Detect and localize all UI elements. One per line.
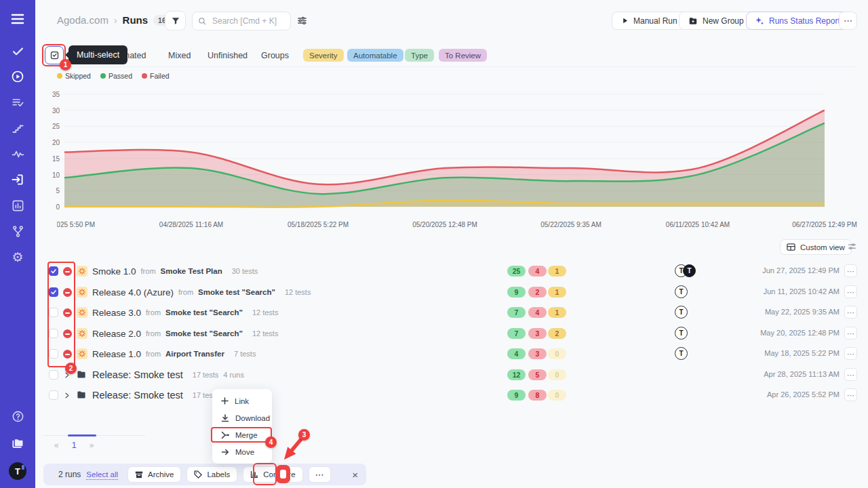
from-label: from <box>146 308 161 317</box>
avatar: T <box>675 347 688 360</box>
tab-unfinished[interactable]: Unfinished <box>208 51 248 60</box>
archive-button[interactable]: Archive <box>127 466 181 483</box>
failed-badge: 2 <box>528 287 547 298</box>
header-more-button[interactable]: ⋯ <box>839 12 857 30</box>
compare-button[interactable]: Compare <box>243 466 302 483</box>
menu-item-link[interactable]: Link <box>212 392 272 409</box>
run-title[interactable]: Release 1.0 <box>92 349 141 359</box>
group-title[interactable]: Release: Smoke test <box>92 390 183 401</box>
milestones-steps-icon[interactable] <box>0 120 35 136</box>
row-more-button[interactable]: ⋯ <box>844 285 857 298</box>
view-settings-sliders-icon[interactable] <box>847 241 857 254</box>
manual-run-button[interactable]: Manual Run <box>612 12 687 30</box>
close-selection-icon[interactable]: × <box>352 469 358 481</box>
pill-to-review[interactable]: To Review <box>439 49 487 62</box>
legend-skipped: Skipped <box>57 72 91 80</box>
run-checkbox[interactable] <box>49 349 58 359</box>
run-checkbox[interactable] <box>49 308 58 317</box>
menu-item-move[interactable]: Move <box>212 443 272 460</box>
group-title[interactable]: Release: Smoke test <box>92 369 183 380</box>
select-all-link[interactable]: Select all <box>86 470 118 479</box>
avatar: T <box>683 264 696 277</box>
run-title[interactable]: Release 2.0 <box>92 329 141 339</box>
menu-item-download[interactable]: Download <box>212 409 272 426</box>
custom-view-button[interactable]: Custom view <box>780 239 852 255</box>
run-title[interactable]: Smoke 1.0 <box>92 266 136 277</box>
y-tick-label: 35 <box>39 91 60 98</box>
row-more-button[interactable]: ⋯ <box>844 368 857 381</box>
pagination: « 1 » <box>43 441 94 450</box>
tests-check-icon[interactable] <box>0 43 35 59</box>
pill-automatable[interactable]: Automatable <box>347 49 403 62</box>
run-plan-link[interactable]: Airport Transfer <box>165 350 224 358</box>
run-plan-link[interactable]: Smoke test "Search" <box>198 288 275 296</box>
menu-item-merge[interactable]: Merge <box>212 426 272 443</box>
row-more-button[interactable]: ⋯ <box>844 327 857 340</box>
row-more-button[interactable]: ⋯ <box>844 264 857 277</box>
pagination-page-1[interactable]: 1 <box>72 441 77 450</box>
runs-status-report-button[interactable]: Runs Status Report <box>746 12 849 30</box>
run-checkbox[interactable] <box>49 390 58 400</box>
play-circle-icon[interactable] <box>0 68 35 85</box>
breadcrumb-project[interactable]: Agoda.com <box>57 14 108 26</box>
activity-pulse-icon[interactable] <box>0 146 35 162</box>
row-more-button[interactable]: ⋯ <box>844 388 857 401</box>
projects-folders-icon[interactable] <box>0 435 35 451</box>
run-date: May 20, 2025 12:48 PM <box>760 329 840 337</box>
filter-funnel-button[interactable] <box>165 11 186 30</box>
labels-button[interactable]: Labels <box>186 466 237 483</box>
failed-badge: 3 <box>528 348 547 359</box>
run-plan-link[interactable]: Smoke test "Search" <box>165 308 243 317</box>
run-title[interactable]: Release 3.0 <box>92 308 141 318</box>
run-row[interactable]: Release 2.0fromSmoke test "Search"12 tes… <box>43 324 857 343</box>
test-plans-icon[interactable] <box>0 94 35 110</box>
chevron-right-icon[interactable] <box>63 390 71 403</box>
run-plan-link[interactable]: Smoke test "Search" <box>165 329 243 338</box>
skipped-badge: 0 <box>548 369 566 380</box>
new-group-button[interactable]: New Group <box>679 12 753 30</box>
menu-icon[interactable] <box>0 11 35 27</box>
run-date: May 22, 2025 9:35 AM <box>765 308 840 316</box>
passed-badge: 7 <box>507 307 526 318</box>
skipped-dot-icon <box>57 73 62 79</box>
group-row[interactable]: Release: Smoke test17 tests7 runs 9 8 0 … <box>43 386 857 405</box>
tab-mixed[interactable]: Mixed <box>168 51 191 60</box>
run-firework-icon <box>77 348 87 359</box>
group-row[interactable]: Release: Smoke test17 tests4 runs 12 5 0… <box>43 365 857 384</box>
runs-status-report-label: Runs Status Report <box>769 16 840 26</box>
help-icon[interactable] <box>0 408 35 424</box>
run-checkbox[interactable] <box>49 287 58 297</box>
branches-icon[interactable] <box>0 223 35 239</box>
row-more-button[interactable]: ⋯ <box>844 347 857 360</box>
pill-type[interactable]: Type <box>405 49 434 62</box>
run-checkbox[interactable] <box>49 266 58 276</box>
pagination-next[interactable]: » <box>90 441 94 450</box>
reports-chart-icon[interactable] <box>0 197 35 214</box>
assignee-avatars: TT <box>675 264 696 277</box>
run-checkbox[interactable] <box>49 370 58 380</box>
passed-badge: 4 <box>507 348 526 359</box>
annotation-step-2: 2 <box>65 363 77 374</box>
search-settings-sliders-icon[interactable] <box>296 15 308 29</box>
pill-severity[interactable]: Severity <box>303 49 344 62</box>
pagination-active-indicator <box>68 434 96 436</box>
run-checkbox[interactable] <box>49 329 58 338</box>
workspace-t-logo[interactable]: T <box>9 462 26 480</box>
run-plan-link[interactable]: Smoke Test Plan <box>161 267 222 275</box>
run-row[interactable]: Release 3.0fromSmoke test "Search"12 tes… <box>43 303 857 322</box>
runs-icon[interactable] <box>0 171 35 188</box>
run-title[interactable]: Release 4.0 (Azure) <box>92 287 174 298</box>
pagination-prev[interactable]: « <box>54 441 59 450</box>
run-row[interactable]: Release 4.0 (Azure)fromSmoke test "Searc… <box>43 283 857 302</box>
assignee-avatars: T <box>675 347 688 360</box>
run-row[interactable]: Smoke 1.0fromSmoke Test Plan30 tests 25 … <box>43 262 857 281</box>
row-more-button[interactable]: ⋯ <box>844 306 857 319</box>
tab-groups[interactable]: Groups <box>261 51 289 60</box>
tag-icon <box>194 470 202 479</box>
x-tick-label: 04/26/2025 5:50 PM <box>57 221 95 228</box>
selection-more-button[interactable]: ⋯ <box>309 466 331 483</box>
settings-gear-icon[interactable]: ⚙ <box>0 249 35 265</box>
group-runs-count: 4 runs <box>223 371 244 379</box>
run-row[interactable]: Release 1.0fromAirport Transfer7 tests 4… <box>43 344 857 363</box>
breadcrumb-separator: › <box>114 15 117 26</box>
